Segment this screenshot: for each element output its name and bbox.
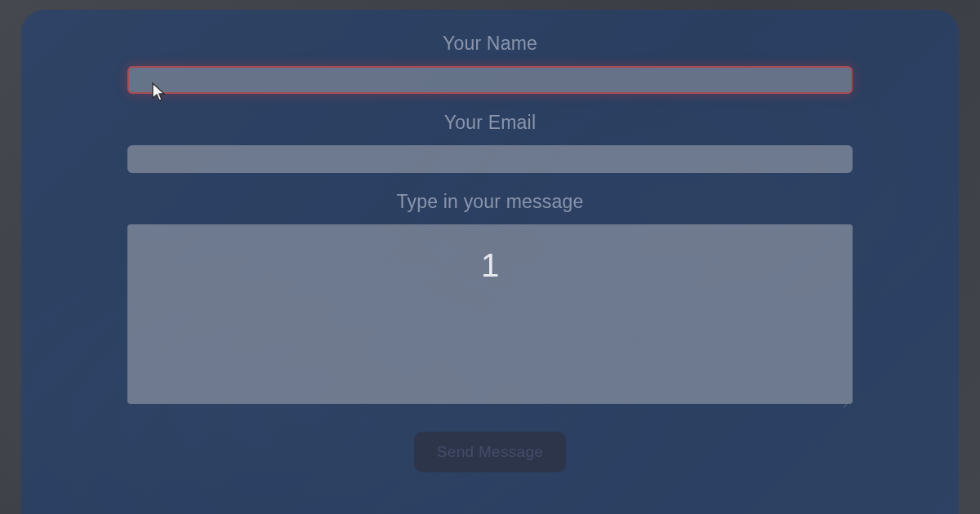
- contact-form-panel: Your Name Your Email Type in your messag…: [21, 10, 959, 514]
- send-message-button[interactable]: Send Message: [414, 432, 566, 472]
- name-label: Your Name: [443, 33, 537, 55]
- message-textarea[interactable]: [127, 224, 853, 404]
- message-label: Type in your message: [396, 191, 583, 213]
- name-input[interactable]: [127, 66, 853, 94]
- email-input[interactable]: [127, 145, 853, 173]
- email-label: Your Email: [444, 112, 536, 134]
